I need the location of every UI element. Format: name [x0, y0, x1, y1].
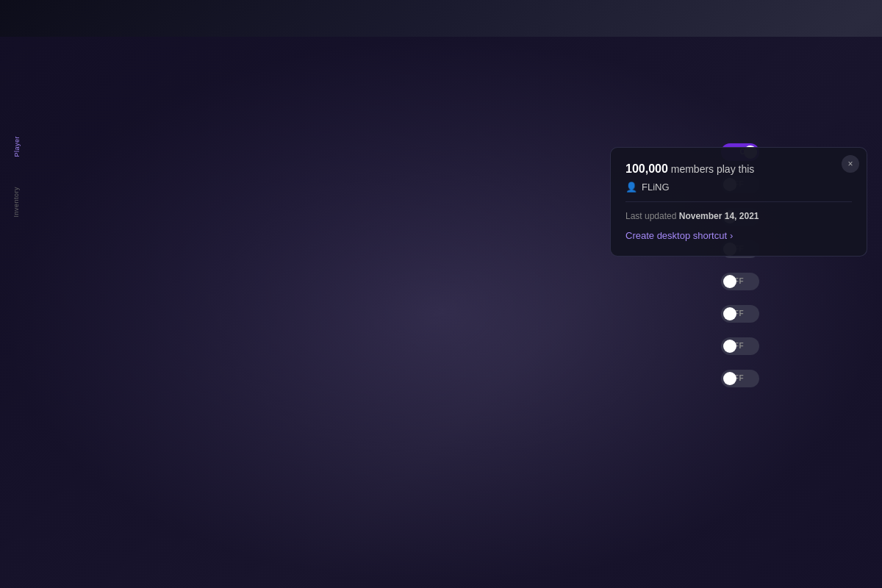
popup-members-count: 100,000 — [625, 162, 668, 175]
popup-shortcut-link[interactable]: Create desktop shortcut › — [625, 230, 852, 241]
inventory-tab-label: Inventory — [12, 187, 20, 218]
chevron-right-icon: › — [730, 230, 733, 241]
popup-members: 100,000 members play this — [625, 162, 852, 176]
toggle-knob — [723, 340, 736, 353]
popup-username: FLiNG — [642, 182, 670, 193]
popup-divider — [625, 201, 852, 202]
cheat-toggle[interactable]: OFF — [721, 273, 759, 290]
info-popup: × 100,000 members play this 👤 FLiNG Last… — [610, 147, 867, 257]
popup-updated: Last updated November 14, 2021 — [625, 211, 852, 221]
popup-user: 👤 FLiNG — [625, 182, 852, 193]
cheat-toggle[interactable]: OFF — [721, 370, 759, 387]
popup-close-button[interactable]: × — [842, 155, 859, 173]
user-circle-icon: 👤 — [625, 182, 637, 193]
cheat-toggle[interactable]: OFF — [721, 305, 759, 323]
cheat-toggle[interactable]: OFF — [721, 337, 759, 355]
toggle-knob — [723, 275, 736, 288]
player-tab-label: Player — [13, 136, 21, 157]
toggle-knob — [723, 307, 736, 320]
toggle-knob — [723, 372, 736, 385]
